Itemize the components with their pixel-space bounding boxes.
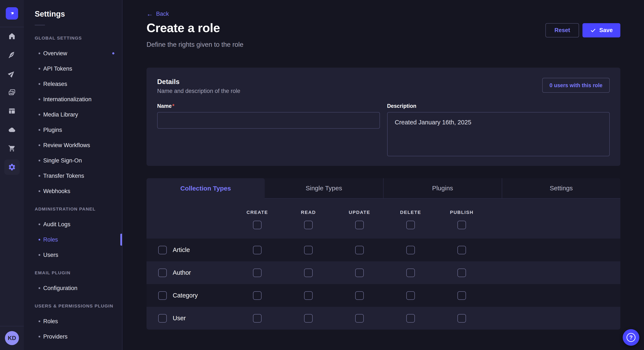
sidebar-item-transfer-tokens[interactable]: Transfer Tokens (24, 168, 122, 183)
bullet-icon (38, 175, 40, 177)
tab-settings[interactable]: Settings (502, 178, 620, 199)
sidebar-item-single-sign-on[interactable]: Single Sign-On (24, 153, 122, 168)
sidebar-item-webhooks[interactable]: Webhooks (24, 183, 122, 199)
home-icon[interactable] (4, 28, 20, 44)
article-create-checkbox[interactable] (253, 246, 262, 254)
tab-plugins[interactable]: Plugins (383, 178, 502, 199)
user-create-checkbox[interactable] (253, 314, 262, 323)
strapi-admin-app: KD Settings GLOBAL SETTINGS Overview API… (0, 0, 644, 350)
main-nav-rail: KD (0, 0, 24, 350)
paper-plane-icon[interactable] (4, 66, 20, 81)
category-create-checkbox[interactable] (253, 291, 262, 300)
media-library-icon[interactable] (4, 85, 20, 100)
row-name: Author (173, 269, 191, 276)
article-delete-checkbox[interactable] (406, 246, 415, 254)
select-all-read-checkbox[interactable] (304, 221, 313, 229)
row-select-checkbox[interactable] (158, 269, 167, 277)
settings-gear-icon[interactable] (4, 160, 20, 175)
name-input[interactable] (157, 112, 380, 129)
sidebar-item-admin-users[interactable]: Users (24, 247, 122, 263)
sidebar-item-plugins[interactable]: Plugins (24, 122, 122, 138)
bullet-icon (38, 254, 40, 256)
section-label-users-permissions-plugin: USERS & PERMISSIONS PLUGIN (35, 298, 122, 314)
save-button[interactable]: Save (582, 23, 620, 37)
reset-button[interactable]: Reset (546, 23, 579, 37)
back-link[interactable]: ← Back (146, 11, 169, 17)
tab-collection-types[interactable]: Collection Types (146, 178, 265, 199)
back-arrow-icon: ← (146, 11, 153, 17)
notification-dot (112, 52, 114, 54)
users-with-role-button[interactable]: 0 users with this role (542, 78, 610, 93)
author-update-checkbox[interactable] (355, 269, 364, 277)
select-all-update-checkbox[interactable] (355, 221, 364, 229)
row-name: Article (173, 246, 190, 253)
article-read-checkbox[interactable] (304, 246, 313, 254)
table-row-article: Article (146, 239, 620, 261)
sidebar-item-email-configuration[interactable]: Configuration (24, 280, 122, 296)
select-all-create-checkbox[interactable] (253, 221, 262, 229)
author-read-checkbox[interactable] (304, 269, 313, 277)
row-select-checkbox[interactable] (158, 291, 167, 300)
marketplace-cart-icon[interactable] (4, 141, 20, 156)
bullet-icon (38, 98, 40, 100)
question-mark-icon: ? (626, 333, 636, 342)
select-all-publish-checkbox[interactable] (458, 221, 466, 229)
category-read-checkbox[interactable] (304, 291, 313, 300)
row-select-checkbox[interactable] (158, 246, 167, 254)
details-title: Details (157, 78, 240, 86)
sidebar-item-internationalization[interactable]: Internationalization (24, 92, 122, 107)
section-label-global-settings: GLOBAL SETTINGS (35, 30, 122, 46)
tab-single-types[interactable]: Single Types (265, 178, 383, 199)
avatar[interactable]: KD (5, 331, 19, 345)
bullet-icon (38, 114, 40, 116)
bullet-icon (38, 144, 40, 146)
page-title: Create a role (146, 21, 220, 35)
column-header-publish: PUBLISH (450, 210, 474, 215)
help-button[interactable]: ? (623, 329, 639, 346)
user-publish-checkbox[interactable] (458, 314, 466, 323)
section-label-administration-panel: ADMINISTRATION PANEL (35, 201, 122, 217)
strapi-logo-icon[interactable] (6, 7, 18, 19)
sidebar-item-api-tokens[interactable]: API Tokens (24, 61, 122, 76)
cloud-icon[interactable] (4, 122, 20, 137)
details-card: Details Name and description of the role… (146, 68, 620, 166)
table-row-category: Category (146, 284, 620, 307)
article-publish-checkbox[interactable] (458, 246, 466, 254)
select-all-delete-checkbox[interactable] (406, 221, 415, 229)
article-update-checkbox[interactable] (355, 246, 364, 254)
sidebar-item-overview[interactable]: Overview (24, 46, 122, 61)
row-name: Category (173, 292, 198, 299)
back-label: Back (156, 11, 169, 17)
sidebar-item-up-providers[interactable]: Providers (24, 329, 122, 344)
name-field-group: Name* (157, 103, 380, 156)
category-delete-checkbox[interactable] (406, 291, 415, 300)
user-delete-checkbox[interactable] (406, 314, 415, 323)
subnav-title: Settings (35, 9, 122, 18)
sidebar-item-admin-roles[interactable]: Roles (24, 232, 122, 247)
required-asterisk: * (172, 103, 174, 109)
section-label-email-plugin: EMAIL PLUGIN (35, 265, 122, 280)
author-create-checkbox[interactable] (253, 269, 262, 277)
permissions-section: Collection Types Single Types Plugins Se… (146, 178, 620, 330)
sidebar-item-audit-logs[interactable]: Audit Logs (24, 217, 122, 232)
details-card-head-text: Details Name and description of the role (157, 78, 240, 94)
table-row-author: Author (146, 261, 620, 284)
author-delete-checkbox[interactable] (406, 269, 415, 277)
category-publish-checkbox[interactable] (458, 291, 466, 300)
sidebar-item-media-library[interactable]: Media Library (24, 107, 122, 122)
author-publish-checkbox[interactable] (458, 269, 466, 277)
bullet-icon (38, 223, 40, 225)
bullet-icon (38, 239, 40, 240)
user-read-checkbox[interactable] (304, 314, 313, 323)
content-type-builder-icon[interactable] (4, 103, 20, 119)
logo-area (0, 0, 24, 27)
sidebar-item-releases[interactable]: Releases (24, 76, 122, 92)
permissions-panel: CREATE READ UPDATE DELETE PUBLISH (146, 199, 620, 330)
sidebar-item-up-roles[interactable]: Roles (24, 314, 122, 329)
description-textarea[interactable]: Created January 16th, 2025 (387, 112, 610, 156)
feather-icon[interactable] (4, 47, 20, 62)
row-select-checkbox[interactable] (158, 314, 167, 323)
user-update-checkbox[interactable] (355, 314, 364, 323)
category-update-checkbox[interactable] (355, 291, 364, 300)
sidebar-item-review-workflows[interactable]: Review Workflows (24, 138, 122, 153)
